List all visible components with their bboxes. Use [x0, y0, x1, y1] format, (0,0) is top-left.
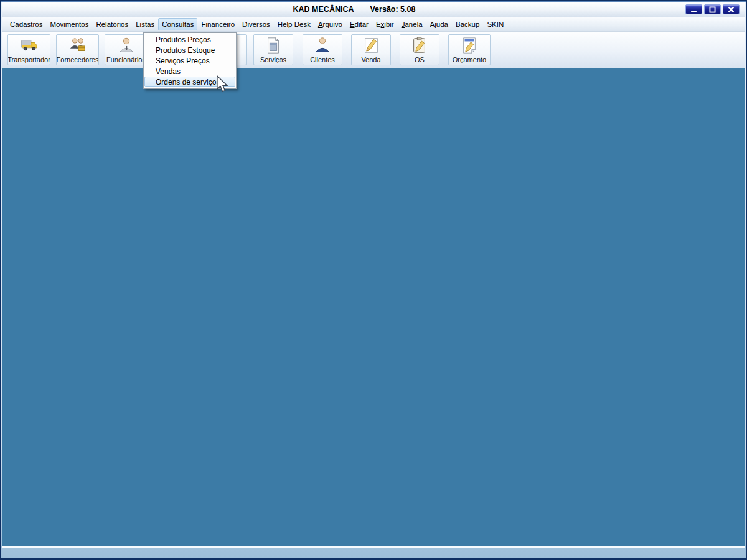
- menu-janela[interactable]: Janela: [398, 18, 426, 30]
- toolbar-button-label: Clientes: [310, 55, 335, 65]
- toolbar-button-fornecedores[interactable]: Fornecedores: [56, 34, 99, 65]
- menu-relatorios[interactable]: Relatórios: [92, 18, 132, 30]
- employee-icon: [117, 35, 136, 55]
- menubar: CadastrosMovimentosRelatóriosListasConsu…: [2, 17, 745, 32]
- toolbar: TransportadorFornecedoresFuncionáriosSer…: [2, 32, 745, 68]
- menuitem-produtos-estoque[interactable]: Produtos Estoque: [144, 45, 235, 55]
- toolbar-button-label: Funcionários: [106, 55, 146, 65]
- menu-arquivo[interactable]: Arquivo: [314, 18, 346, 30]
- toolbar-button-venda[interactable]: Venda: [351, 34, 391, 65]
- menu-movimentos[interactable]: Movimentos: [46, 18, 92, 30]
- menu-backup[interactable]: Backup: [452, 18, 483, 30]
- app-version: Versão: 5.08: [370, 5, 415, 14]
- menu-editar[interactable]: Editar: [346, 18, 372, 30]
- toolbar-button-label: Transportador: [7, 55, 50, 65]
- sale-pencil-icon: [362, 35, 380, 55]
- window-title: KAD MECÂNICA Versão: 5.08: [293, 5, 416, 14]
- mouse-cursor-icon: [216, 75, 228, 95]
- window-frame: KAD MECÂNICA Versão: 5.08 CadastrosMovim…: [1, 1, 746, 558]
- menu-financeiro[interactable]: Financeiro: [197, 18, 238, 30]
- clipboard-pencil-icon: [410, 35, 429, 55]
- toolbar-button-label: Orçamento: [453, 55, 486, 65]
- client-area: [2, 68, 745, 548]
- menu-ajuda[interactable]: Ajuda: [426, 18, 452, 30]
- close-button[interactable]: [723, 4, 740, 14]
- document-icon: [264, 35, 283, 55]
- toolbar-button-transportador[interactable]: Transportador: [7, 34, 50, 65]
- toolbar-button-servicos[interactable]: Serviços: [253, 34, 293, 65]
- toolbar-button-label: Venda: [361, 55, 380, 65]
- toolbar-button-os[interactable]: OS: [400, 34, 439, 65]
- menu-skin[interactable]: SKIN: [483, 18, 507, 30]
- client-icon: [313, 35, 332, 55]
- budget-pencil-icon: [460, 35, 479, 55]
- menu-exibir[interactable]: Exibir: [372, 18, 398, 30]
- menuitem-servicos-precos[interactable]: Serviços Preços: [144, 55, 235, 66]
- maximize-button[interactable]: [704, 4, 721, 14]
- menu-help-desk[interactable]: Help Desk: [274, 18, 314, 30]
- toolbar-button-label: OS: [415, 55, 425, 65]
- menu-cadastros[interactable]: Cadastros: [6, 18, 46, 30]
- toolbar-button-label: Fornecedores: [57, 55, 99, 65]
- suppliers-icon: [68, 35, 87, 55]
- minimize-button[interactable]: [685, 4, 702, 14]
- menu-diversos[interactable]: Diversos: [238, 18, 274, 30]
- menu-listas[interactable]: Listas: [132, 18, 158, 30]
- toolbar-button-funcionarios[interactable]: Funcionários: [105, 34, 148, 65]
- toolbar-button-label: Serviços: [260, 55, 286, 65]
- titlebar[interactable]: KAD MECÂNICA Versão: 5.08: [2, 2, 745, 17]
- menu-consultas[interactable]: Consultas: [158, 18, 197, 30]
- app-window: KAD MECÂNICA Versão: 5.08 CadastrosMovim…: [0, 0, 747, 560]
- menuitem-produtos-precos[interactable]: Produtos Preços: [144, 34, 235, 45]
- toolbar-button-clientes[interactable]: Clientes: [303, 34, 342, 65]
- truck-icon: [20, 35, 39, 55]
- toolbar-button-orcamento[interactable]: Orçamento: [448, 34, 491, 65]
- window-controls: [685, 4, 740, 14]
- app-name: KAD MECÂNICA: [293, 5, 354, 14]
